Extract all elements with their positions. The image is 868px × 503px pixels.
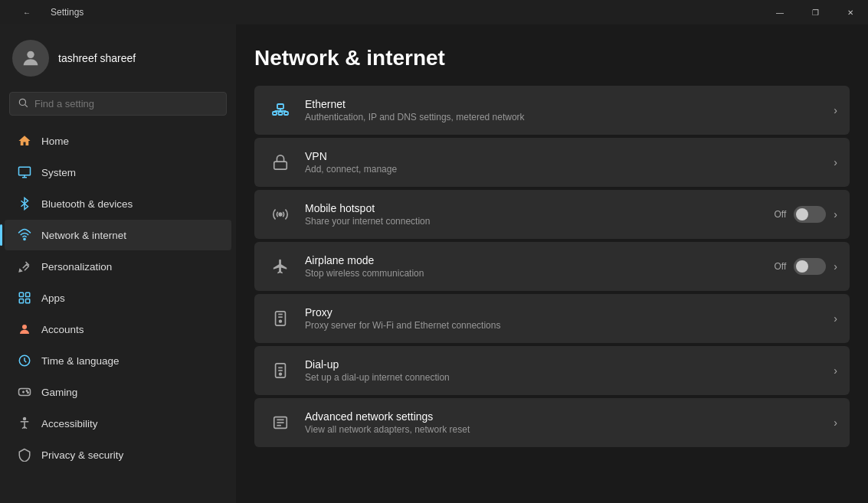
app-container: tashreef shareef Home bbox=[0, 24, 868, 503]
sidebar-item-accessibility[interactable]: Accessibility bbox=[5, 408, 231, 439]
advanced-text: Advanced network settings View all netwo… bbox=[305, 410, 834, 435]
close-button[interactable]: ✕ bbox=[833, 0, 868, 24]
hotspot-text: Mobile hotspot Share your internet conne… bbox=[305, 202, 775, 227]
proxy-text: Proxy Proxy server for Wi-Fi and Etherne… bbox=[305, 306, 834, 331]
advanced-icon bbox=[267, 409, 294, 436]
svg-point-6 bbox=[24, 238, 25, 240]
svg-point-18 bbox=[28, 392, 29, 394]
titlebar-controls: — ❐ ✕ bbox=[762, 0, 868, 24]
settings-item-airplane[interactable]: Airplane mode Stop wireless communicatio… bbox=[254, 242, 850, 291]
titlebar-title: Settings bbox=[51, 7, 84, 18]
vpn-text: VPN Add, connect, manage bbox=[305, 150, 834, 175]
dialup-icon bbox=[267, 357, 294, 384]
airplane-toggle[interactable] bbox=[794, 258, 826, 275]
sidebar-item-label-privacy: Privacy & security bbox=[41, 449, 123, 461]
sidebar-item-privacy[interactable]: Privacy & security bbox=[5, 439, 231, 470]
ethernet-chevron: › bbox=[834, 104, 837, 116]
proxy-chevron: › bbox=[834, 312, 837, 325]
svg-point-17 bbox=[26, 390, 28, 392]
sidebar-item-network[interactable]: Network & internet bbox=[5, 220, 231, 250]
airplane-desc: Stop wireless communication bbox=[305, 268, 775, 279]
hotspot-desc: Share your internet connection bbox=[305, 216, 775, 227]
sidebar-item-apps[interactable]: Apps bbox=[5, 283, 231, 313]
ethernet-title: Ethernet bbox=[305, 98, 834, 110]
svg-rect-20 bbox=[277, 104, 283, 109]
svg-rect-23 bbox=[279, 112, 283, 115]
svg-rect-22 bbox=[273, 112, 277, 115]
settings-item-dialup[interactable]: Dial-up Set up a dial-up internet connec… bbox=[254, 346, 850, 395]
settings-item-proxy[interactable]: Proxy Proxy server for Wi-Fi and Etherne… bbox=[254, 294, 850, 343]
advanced-chevron: › bbox=[834, 416, 837, 429]
svg-rect-11 bbox=[26, 299, 30, 303]
sidebar-item-label-accessibility: Accessibility bbox=[41, 418, 98, 430]
ethernet-text: Ethernet Authentication, IP and DNS sett… bbox=[305, 98, 834, 122]
sidebar-item-accounts[interactable]: Accounts bbox=[5, 314, 231, 345]
accessibility-icon bbox=[17, 416, 32, 431]
ethernet-icon bbox=[267, 96, 294, 124]
sidebar-item-label-accounts: Accounts bbox=[41, 324, 84, 335]
dialup-title: Dial-up bbox=[305, 358, 834, 371]
back-button[interactable]: ← bbox=[9, 0, 44, 24]
privacy-icon bbox=[17, 447, 32, 462]
minimize-button[interactable]: — bbox=[762, 0, 798, 24]
sidebar-item-label-bluetooth: Bluetooth & devices bbox=[41, 198, 133, 210]
settings-item-vpn[interactable]: VPN Add, connect, manage › bbox=[254, 138, 850, 187]
airplane-title: Airplane mode bbox=[305, 254, 775, 266]
titlebar-left: ← Settings bbox=[9, 0, 84, 24]
advanced-desc: View all network adapters, network reset bbox=[305, 424, 834, 435]
dialup-right: › bbox=[834, 364, 837, 377]
sidebar-item-bluetooth[interactable]: Bluetooth & devices bbox=[5, 188, 231, 219]
sidebar-item-gaming[interactable]: Gaming bbox=[5, 377, 231, 407]
hotspot-toggle-knob bbox=[796, 208, 808, 220]
sidebar-item-label-gaming: Gaming bbox=[41, 387, 77, 398]
advanced-right: › bbox=[834, 416, 837, 429]
svg-point-19 bbox=[24, 418, 26, 420]
sidebar-item-label-home: Home bbox=[41, 136, 69, 147]
maximize-button[interactable]: ❐ bbox=[798, 0, 833, 24]
airplane-icon bbox=[267, 253, 294, 280]
dialup-text: Dial-up Set up a dial-up internet connec… bbox=[305, 358, 834, 383]
sidebar-item-system[interactable]: System bbox=[5, 157, 231, 188]
svg-line-2 bbox=[25, 105, 28, 107]
accounts-icon bbox=[17, 322, 32, 337]
sidebar-item-home[interactable]: Home bbox=[5, 126, 231, 156]
sidebar-item-label-apps: Apps bbox=[41, 292, 65, 304]
svg-point-0 bbox=[27, 51, 34, 58]
svg-rect-10 bbox=[19, 299, 23, 303]
proxy-desc: Proxy server for Wi-Fi and Ethernet conn… bbox=[305, 320, 834, 331]
hotspot-chevron: › bbox=[834, 208, 837, 220]
svg-rect-8 bbox=[19, 292, 23, 296]
sidebar-item-label-time: Time & language bbox=[41, 355, 120, 367]
settings-item-hotspot[interactable]: Mobile hotspot Share your internet conne… bbox=[254, 190, 850, 239]
apps-icon bbox=[17, 290, 32, 305]
search-box[interactable] bbox=[9, 92, 227, 116]
svg-point-38 bbox=[280, 373, 282, 375]
airplane-toggle-knob bbox=[796, 260, 808, 273]
sidebar-item-personalization[interactable]: Personalization bbox=[5, 251, 231, 282]
vpn-title: VPN bbox=[305, 150, 834, 162]
airplane-toggle-label: Off bbox=[775, 261, 787, 272]
dialup-desc: Set up a dial-up internet connection bbox=[305, 372, 834, 383]
vpn-right: › bbox=[834, 156, 837, 168]
search-input[interactable] bbox=[34, 98, 218, 109]
page-title: Network & internet bbox=[254, 46, 850, 70]
svg-point-30 bbox=[279, 213, 282, 216]
sidebar-item-label-network: Network & internet bbox=[41, 230, 126, 241]
vpn-icon bbox=[267, 149, 294, 176]
settings-item-advanced[interactable]: Advanced network settings View all netwo… bbox=[254, 398, 850, 447]
user-section[interactable]: tashreef shareef bbox=[0, 24, 236, 89]
time-icon bbox=[17, 353, 32, 368]
proxy-title: Proxy bbox=[305, 306, 834, 318]
settings-item-ethernet[interactable]: Ethernet Authentication, IP and DNS sett… bbox=[254, 86, 850, 135]
main-content: Network & internet bbox=[236, 24, 868, 503]
svg-point-1 bbox=[19, 99, 25, 105]
hotspot-toggle-label: Off bbox=[775, 209, 787, 220]
vpn-desc: Add, connect, manage bbox=[305, 164, 834, 175]
sidebar-item-time[interactable]: Time & language bbox=[5, 345, 231, 376]
system-icon bbox=[17, 165, 32, 180]
hotspot-toggle[interactable] bbox=[794, 206, 826, 223]
nav-list: Home System Bluetooth & devices bbox=[0, 122, 236, 503]
settings-list: Ethernet Authentication, IP and DNS sett… bbox=[254, 86, 850, 447]
airplane-chevron: › bbox=[834, 260, 837, 273]
network-icon bbox=[17, 227, 32, 243]
